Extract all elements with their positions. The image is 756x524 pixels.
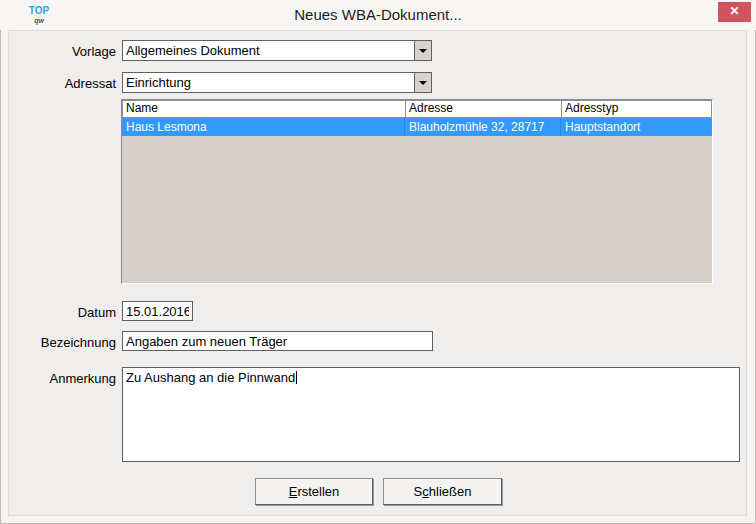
vorlage-combobox[interactable]: Allgemeines Dokument: [122, 40, 432, 61]
close-button[interactable]: ✕: [718, 2, 751, 22]
chevron-down-icon: [419, 81, 427, 85]
cell-adresse: Blauholzmühle 32, 28717: [405, 118, 561, 136]
dialog-neues-wba-dokument: TOP qw Neues WBA-Dokument... ✕ Vorlage A…: [0, 0, 756, 524]
column-header-adresse[interactable]: Adresse: [406, 101, 562, 117]
text-caret: [296, 371, 297, 384]
adressat-dropdown-button[interactable]: [414, 73, 431, 92]
anmerkung-text: Zu Aushang an die Pinnwand: [126, 370, 295, 385]
table-row-selected[interactable]: Haus Lesmona Blauholzmühle 32, 28717 Hau…: [122, 118, 712, 136]
chevron-down-icon: [419, 49, 427, 53]
anmerkung-label: Anmerkung: [18, 371, 116, 386]
adressat-combobox[interactable]: Einrichtung: [122, 72, 432, 93]
btn-text: hließen: [429, 484, 472, 499]
vorlage-selected-value: Allgemeines Dokument: [126, 41, 411, 60]
cell-name: Haus Lesmona: [122, 118, 405, 136]
bezeichnung-label: Bezeichnung: [18, 335, 116, 350]
column-header-adresstyp[interactable]: Adresstyp: [562, 101, 711, 117]
close-icon: ✕: [729, 4, 739, 18]
title-bar[interactable]: TOP qw Neues WBA-Dokument... ✕: [0, 0, 756, 30]
datum-label: Datum: [18, 305, 116, 320]
datum-input[interactable]: [122, 301, 193, 321]
erstellen-button[interactable]: Erstellen: [255, 478, 373, 505]
vorlage-dropdown-button[interactable]: [414, 41, 431, 60]
logo-sub-text: qw: [24, 17, 54, 24]
address-listview[interactable]: Name Adresse Adresstyp Haus Lesmona Blau…: [121, 99, 713, 284]
listview-header: Name Adresse Adresstyp: [122, 100, 712, 118]
adressat-selected-value: Einrichtung: [126, 73, 411, 92]
adressat-label: Adressat: [18, 76, 116, 91]
window-title: Neues WBA-Dokument...: [120, 0, 636, 30]
schliessen-button[interactable]: Schließen: [383, 478, 502, 505]
bezeichnung-input[interactable]: [122, 331, 433, 351]
column-header-name[interactable]: Name: [123, 101, 406, 117]
topqw-logo-icon: TOP qw: [24, 6, 54, 24]
cell-adresstyp: Hauptstandort: [561, 118, 712, 136]
anmerkung-textarea[interactable]: Zu Aushang an die Pinnwand: [122, 367, 740, 462]
btn-text: S: [414, 484, 423, 499]
vorlage-label: Vorlage: [18, 44, 116, 59]
btn-text: rstellen: [297, 484, 339, 499]
logo-top-text: TOP: [24, 6, 54, 16]
